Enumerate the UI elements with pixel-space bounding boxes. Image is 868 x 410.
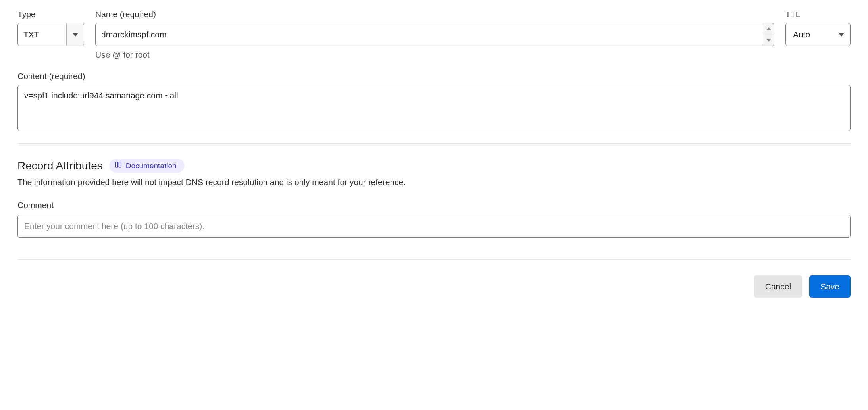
type-select-value: TXT xyxy=(18,23,66,46)
ttl-label: TTL xyxy=(785,10,851,19)
record-attributes-description: The information provided here will not i… xyxy=(17,177,851,187)
name-input[interactable] xyxy=(95,23,774,46)
documentation-link[interactable]: Documentation xyxy=(109,159,185,173)
content-label: Content (required) xyxy=(17,71,851,81)
record-attributes-title: Record Attributes xyxy=(17,160,103,172)
name-stepper[interactable] xyxy=(763,23,774,46)
name-label: Name (required) xyxy=(95,10,774,19)
save-button[interactable]: Save xyxy=(809,275,851,298)
ttl-select-value: Auto xyxy=(786,23,833,46)
name-help-text: Use @ for root xyxy=(95,50,774,60)
ttl-select[interactable]: Auto xyxy=(785,23,851,46)
chevron-down-icon xyxy=(833,23,850,46)
documentation-link-label: Documentation xyxy=(126,162,177,170)
book-icon xyxy=(115,161,122,170)
stepper-up-icon[interactable] xyxy=(763,23,774,35)
cancel-button[interactable]: Cancel xyxy=(754,275,802,298)
comment-input[interactable] xyxy=(17,215,851,238)
type-label: Type xyxy=(17,10,84,19)
comment-label: Comment xyxy=(17,200,851,210)
type-select[interactable]: TXT xyxy=(17,23,84,46)
chevron-down-icon xyxy=(66,23,84,46)
stepper-down-icon[interactable] xyxy=(763,35,774,46)
content-textarea[interactable] xyxy=(17,85,851,131)
